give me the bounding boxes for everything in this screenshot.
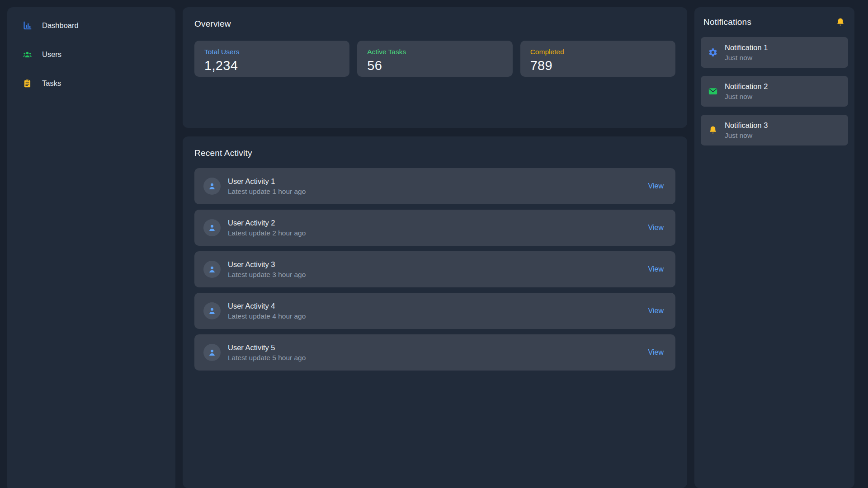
person-icon xyxy=(208,348,217,357)
person-icon xyxy=(208,223,217,232)
bar-chart-icon xyxy=(23,21,32,30)
activity-subtitle: Latest update 4 hour ago xyxy=(228,312,306,320)
activity-title: User Activity 1 xyxy=(228,177,306,186)
activity-text: User Activity 1 Latest update 1 hour ago xyxy=(228,177,306,196)
activity-row: User Activity 4 Latest update 4 hour ago… xyxy=(194,293,675,329)
activity-text: User Activity 3 Latest update 3 hour ago xyxy=(228,260,306,279)
activity-text: User Activity 5 Latest update 5 hour ago xyxy=(228,343,306,362)
activity-list: User Activity 1 Latest update 1 hour ago… xyxy=(194,168,675,371)
users-icon xyxy=(23,50,32,59)
activity-row: User Activity 5 Latest update 5 hour ago… xyxy=(194,334,675,371)
overview-title: Overview xyxy=(194,19,675,29)
notification-card[interactable]: Notification 1 Just now xyxy=(701,37,848,68)
sidebar-item-tasks[interactable]: Tasks xyxy=(23,69,175,98)
activity-text: User Activity 2 Latest update 2 hour ago xyxy=(228,219,306,237)
view-link[interactable]: View xyxy=(648,265,664,273)
sidebar: Dashboard Users Tasks xyxy=(7,7,175,488)
activity-text: User Activity 4 Latest update 4 hour ago xyxy=(228,302,306,320)
activity-row: User Activity 2 Latest update 2 hour ago… xyxy=(194,210,675,246)
notifications-list: Notification 1 Just now Notification 2 J… xyxy=(701,37,848,145)
notifications-panel: Notifications Notification 1 Just now No… xyxy=(694,7,854,488)
notification-text: Notification 1 Just now xyxy=(725,43,768,62)
activity-title: User Activity 2 xyxy=(228,219,306,227)
activity-row: User Activity 1 Latest update 1 hour ago… xyxy=(194,168,675,204)
notifications-title: Notifications xyxy=(703,17,751,27)
stat-card-active-tasks: Active Tasks 56 xyxy=(357,41,512,77)
gear-icon xyxy=(708,47,718,57)
view-link[interactable]: View xyxy=(648,182,664,190)
notification-title: Notification 1 xyxy=(725,43,768,52)
notification-time: Just now xyxy=(725,131,768,140)
notification-time: Just now xyxy=(725,93,768,101)
activity-title: User Activity 5 xyxy=(228,343,306,352)
stat-value: 789 xyxy=(530,58,665,73)
notification-title: Notification 2 xyxy=(725,82,768,91)
clipboard-icon xyxy=(23,79,32,88)
activity-subtitle: Latest update 2 hour ago xyxy=(228,229,306,237)
activity-subtitle: Latest update 1 hour ago xyxy=(228,188,306,196)
stat-label: Active Tasks xyxy=(367,48,502,56)
activity-title: User Activity 4 xyxy=(228,302,306,310)
recent-activity-title: Recent Activity xyxy=(194,148,675,158)
notification-card[interactable]: Notification 2 Just now xyxy=(701,76,848,107)
stat-value: 1,234 xyxy=(204,58,340,73)
avatar xyxy=(203,219,221,236)
activity-title: User Activity 3 xyxy=(228,260,306,269)
notifications-header: Notifications xyxy=(701,14,848,27)
view-link[interactable]: View xyxy=(648,307,664,315)
notification-title: Notification 3 xyxy=(725,121,768,130)
activity-row: User Activity 3 Latest update 3 hour ago… xyxy=(194,251,675,287)
recent-activity-card: Recent Activity User Activity 1 Latest u… xyxy=(183,136,687,488)
sidebar-item-label: Tasks xyxy=(42,79,61,88)
person-icon xyxy=(208,265,217,274)
stat-card-total-users: Total Users 1,234 xyxy=(194,41,349,77)
person-icon xyxy=(208,182,217,191)
bell-icon xyxy=(708,125,718,135)
sidebar-item-dashboard[interactable]: Dashboard xyxy=(23,11,175,40)
sidebar-item-users[interactable]: Users xyxy=(23,40,175,69)
notification-text: Notification 2 Just now xyxy=(725,82,768,101)
notifications-bell-icon[interactable] xyxy=(835,17,845,27)
notification-text: Notification 3 Just now xyxy=(725,121,768,140)
stat-label: Completed xyxy=(530,48,665,56)
stat-label: Total Users xyxy=(204,48,340,56)
notification-card[interactable]: Notification 3 Just now xyxy=(701,115,848,145)
avatar xyxy=(203,178,221,195)
sidebar-item-label: Users xyxy=(42,50,61,59)
stat-card-completed: Completed 789 xyxy=(520,41,675,77)
avatar xyxy=(203,261,221,278)
stats-row: Total Users 1,234 Active Tasks 56 Comple… xyxy=(194,41,675,77)
view-link[interactable]: View xyxy=(648,224,664,232)
overview-card: Overview Total Users 1,234 Active Tasks … xyxy=(183,7,687,128)
envelope-icon xyxy=(708,86,718,96)
activity-subtitle: Latest update 5 hour ago xyxy=(228,354,306,362)
stat-value: 56 xyxy=(367,58,502,73)
view-link[interactable]: View xyxy=(648,348,664,357)
activity-subtitle: Latest update 3 hour ago xyxy=(228,271,306,279)
avatar xyxy=(203,302,221,319)
sidebar-item-label: Dashboard xyxy=(42,21,79,30)
person-icon xyxy=(208,306,217,315)
avatar xyxy=(203,344,221,361)
notification-time: Just now xyxy=(725,54,768,62)
